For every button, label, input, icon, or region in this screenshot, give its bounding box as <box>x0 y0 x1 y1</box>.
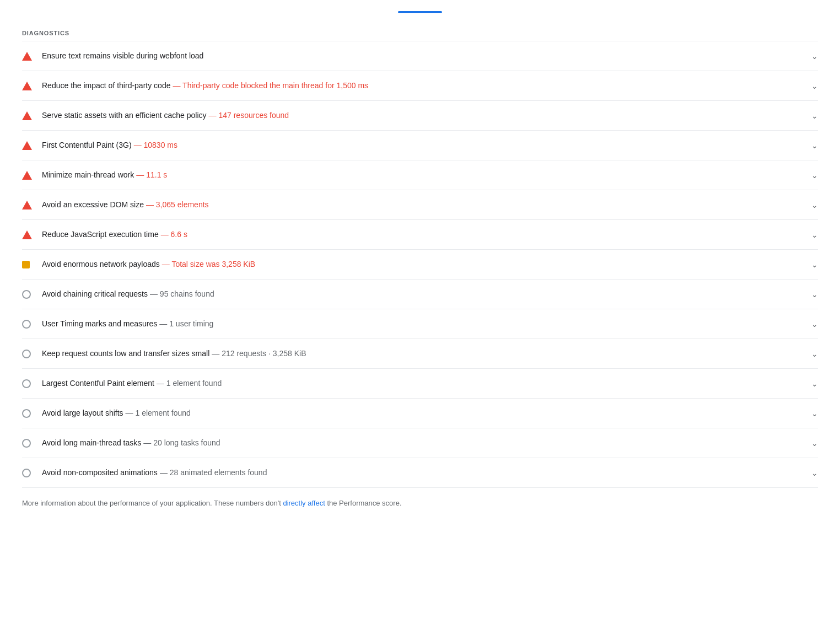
footer-text-before: More information about the performance o… <box>22 499 281 507</box>
diagnostic-row-critical-requests[interactable]: Avoid chaining critical requests — 95 ch… <box>22 280 818 309</box>
row-title-js-execution: Reduce JavaScript execution time <box>42 229 159 240</box>
chevron-down-icon: ⌄ <box>811 379 818 388</box>
row-title-layout-shifts: Avoid large layout shifts <box>42 407 123 419</box>
row-detail-non-composited: — 28 animated elements found <box>160 467 267 479</box>
triangle-warning-icon <box>22 230 32 239</box>
row-detail-layout-shifts: — 1 element found <box>126 407 191 419</box>
chevron-down-icon: ⌄ <box>811 439 818 448</box>
chevron-down-icon: ⌄ <box>811 320 818 329</box>
diagnostic-row-main-thread-work[interactable]: Minimize main-thread work — 11.1 s⌄ <box>22 160 818 190</box>
row-detail-cache-policy: — 147 resources found <box>209 110 289 121</box>
circle-info-icon <box>22 379 31 388</box>
footer-text: More information about the performance o… <box>22 488 818 509</box>
circle-info-icon <box>22 290 31 299</box>
chevron-down-icon: ⌄ <box>811 409 818 418</box>
row-title-lcp-element: Largest Contentful Paint element <box>42 378 154 389</box>
row-title-third-party: Reduce the impact of third-party code <box>42 80 170 92</box>
diagnostic-row-third-party[interactable]: Reduce the impact of third-party code — … <box>22 71 818 101</box>
diagnostic-row-user-timing[interactable]: User Timing marks and measures — 1 user … <box>22 309 818 339</box>
row-title-critical-requests: Avoid chaining critical requests <box>42 288 148 300</box>
chevron-down-icon: ⌄ <box>811 111 818 120</box>
triangle-warning-icon <box>22 201 32 209</box>
top-progress-bar <box>398 11 442 13</box>
triangle-warning-icon <box>22 171 32 180</box>
diagnostics-section-title: DIAGNOSTICS <box>22 24 818 41</box>
diagnostic-row-js-execution[interactable]: Reduce JavaScript execution time — 6.6 s… <box>22 220 818 250</box>
circle-info-icon <box>22 409 31 418</box>
circle-info-icon <box>22 439 31 448</box>
row-detail-dom-size: — 3,065 elements <box>146 199 209 211</box>
chevron-down-icon: ⌄ <box>811 201 818 209</box>
chevron-down-icon: ⌄ <box>811 290 818 299</box>
triangle-warning-icon <box>22 141 32 150</box>
chevron-down-icon: ⌄ <box>811 141 818 150</box>
triangle-warning-icon <box>22 111 32 120</box>
chevron-down-icon: ⌄ <box>811 52 818 61</box>
chevron-down-icon: ⌄ <box>811 230 818 239</box>
footer-text-after: the Performance score. <box>327 499 401 507</box>
row-title-cache-policy: Serve static assets with an efficient ca… <box>42 110 207 121</box>
row-detail-fcp-3g: — 10830 ms <box>134 139 177 151</box>
row-title-dom-size: Avoid an excessive DOM size <box>42 199 144 211</box>
row-title-request-counts: Keep request counts low and transfer siz… <box>42 348 209 359</box>
circle-info-icon <box>22 320 31 329</box>
row-detail-network-payloads: — Total size was 3,258 KiB <box>162 259 255 270</box>
row-detail-request-counts: — 212 requests · 3,258 KiB <box>212 348 306 359</box>
diagnostic-row-dom-size[interactable]: Avoid an excessive DOM size — 3,065 elem… <box>22 190 818 220</box>
triangle-warning-icon <box>22 52 32 61</box>
diagnostic-row-fcp-3g[interactable]: First Contentful Paint (3G) — 10830 ms⌄ <box>22 131 818 160</box>
row-title-user-timing: User Timing marks and measures <box>42 318 157 330</box>
row-title-non-composited: Avoid non-composited animations <box>42 467 158 479</box>
diagnostic-row-long-tasks[interactable]: Avoid long main-thread tasks — 20 long t… <box>22 428 818 458</box>
row-title-webfont: Ensure text remains visible during webfo… <box>42 50 203 62</box>
diagnostic-row-layout-shifts[interactable]: Avoid large layout shifts — 1 element fo… <box>22 399 818 428</box>
square-warning-icon <box>22 261 30 268</box>
chevron-down-icon: ⌄ <box>811 469 818 477</box>
row-title-fcp-3g: First Contentful Paint (3G) <box>42 139 132 151</box>
row-detail-critical-requests: — 95 chains found <box>150 288 214 300</box>
row-detail-js-execution: — 6.6 s <box>161 229 187 240</box>
diagnostics-list: Ensure text remains visible during webfo… <box>22 41 818 488</box>
triangle-warning-icon <box>22 82 32 90</box>
row-detail-lcp-element: — 1 element found <box>157 378 222 389</box>
row-detail-third-party: — Third-party code blocked the main thre… <box>173 80 368 92</box>
diagnostic-row-lcp-element[interactable]: Largest Contentful Paint element — 1 ele… <box>22 369 818 399</box>
diagnostic-row-cache-policy[interactable]: Serve static assets with an efficient ca… <box>22 101 818 131</box>
row-detail-user-timing: — 1 user timing <box>159 318 213 330</box>
row-title-long-tasks: Avoid long main-thread tasks <box>42 437 141 449</box>
diagnostic-row-network-payloads[interactable]: Avoid enormous network payloads — Total … <box>22 250 818 280</box>
chevron-down-icon: ⌄ <box>811 260 818 269</box>
chevron-down-icon: ⌄ <box>811 171 818 180</box>
footer-directly-affect-link[interactable]: directly affect <box>283 499 325 507</box>
diagnostic-row-request-counts[interactable]: Keep request counts low and transfer siz… <box>22 339 818 369</box>
circle-info-icon <box>22 469 31 477</box>
diagnostic-row-non-composited[interactable]: Avoid non-composited animations — 28 ani… <box>22 458 818 488</box>
row-detail-long-tasks: — 20 long tasks found <box>143 437 220 449</box>
diagnostic-row-webfont[interactable]: Ensure text remains visible during webfo… <box>22 41 818 71</box>
row-title-network-payloads: Avoid enormous network payloads <box>42 259 160 270</box>
row-detail-main-thread-work: — 11.1 s <box>136 169 167 181</box>
circle-info-icon <box>22 350 31 358</box>
row-title-main-thread-work: Minimize main-thread work <box>42 169 134 181</box>
chevron-down-icon: ⌄ <box>811 350 818 358</box>
chevron-down-icon: ⌄ <box>811 82 818 90</box>
